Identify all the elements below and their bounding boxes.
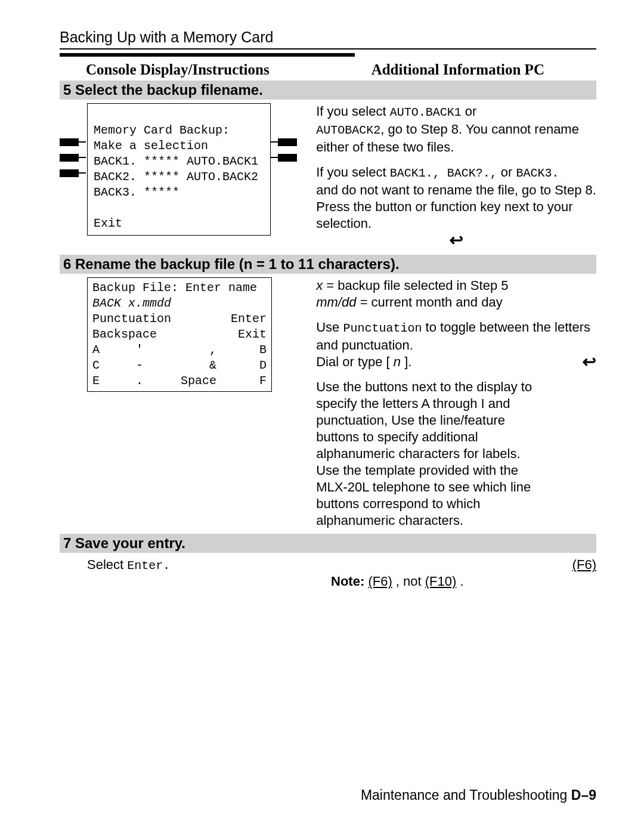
curved-arrow-icon: ↪: [450, 232, 463, 249]
t: -: [131, 358, 148, 373]
key-row: C - & D: [92, 358, 267, 373]
left-markers: [60, 103, 87, 236]
step7-info: (F6) Note: (F6) , not (F10) .: [313, 556, 596, 590]
col-header-left: Console Display/Instructions: [60, 61, 296, 78]
footer-text: Maintenance and Troubleshooting: [361, 787, 571, 803]
step5-row: Memory Card Backup: Make a selection BAC…: [60, 103, 596, 250]
rename-console: Backup File: Enter name BACK x.mmdd Punc…: [87, 277, 272, 392]
rule-thick: [60, 53, 355, 57]
t: D: [237, 358, 267, 373]
console-wrap: Memory Card Backup: Make a selection BAC…: [60, 103, 298, 236]
t: or: [497, 165, 516, 180]
equation-line: mm/dd = current month and day: [316, 294, 596, 311]
info-para: Use the buttons next to the display to s…: [316, 379, 543, 529]
t: .: [131, 373, 148, 389]
t: ,: [169, 342, 216, 358]
mono-text: BACK3.: [516, 166, 559, 180]
arrow-row: ↪: [316, 232, 596, 250]
equation-line: x = backup file selected in Step 5: [316, 277, 596, 294]
curved-arrow-icon: ↪: [583, 354, 596, 370]
t: Enter: [231, 311, 267, 327]
key-row: E . Space F: [92, 373, 267, 389]
note-line: Note: (F6) , not (F10) .: [331, 573, 596, 590]
t: , not: [392, 574, 425, 589]
t: E: [92, 373, 110, 389]
right-markers: [271, 103, 298, 236]
step5-left: Memory Card Backup: Make a selection BAC…: [60, 103, 298, 236]
console-display: Memory Card Backup: Make a selection BAC…: [87, 103, 271, 236]
info-para: Dial or type [ n ]. ↪: [316, 354, 596, 370]
t: Punctuation: [92, 311, 171, 327]
t: = backup file selected in Step 5: [323, 278, 508, 293]
key-row: Punctuation Enter: [92, 311, 267, 327]
column-headers: Console Display/Instructions Additional …: [60, 61, 596, 78]
console-line: Memory Card Backup:: [94, 123, 230, 137]
mono-text: Enter.: [127, 559, 170, 573]
step7-left: Select Enter.: [60, 556, 313, 574]
t: C: [92, 358, 110, 373]
fkey-label: (F10): [425, 574, 457, 589]
marker-icon: [60, 150, 87, 165]
mono-text: BACK1., BACK?.,: [390, 166, 497, 180]
col-header-right: Additional Information PC: [296, 61, 596, 78]
marker-icon: [271, 150, 298, 165]
t: or: [462, 104, 477, 119]
t: Press the button or function key next to…: [316, 199, 572, 231]
step5-bar: 5 Select the backup filename.: [60, 81, 596, 100]
key-row: A ' , B: [92, 342, 267, 358]
info-para: If you select AUTO.BACK1 or AUTOBACK2, g…: [316, 103, 596, 156]
console-line: BACK x.mmdd: [92, 296, 267, 311]
t: Dial or type [: [316, 354, 394, 369]
t: Backspace: [92, 327, 157, 342]
running-head: Backing Up with a Memory Card: [60, 29, 596, 46]
console-line: Make a selection: [94, 139, 208, 153]
step6-bar: 6 Rename the backup file (n = 1 to 11 ch…: [60, 255, 596, 274]
t: x: [316, 278, 323, 293]
mono-text: AUTOBACK2: [316, 123, 380, 137]
fkey-label: (F6): [368, 574, 392, 589]
marker-icon: [271, 134, 298, 150]
marker-icon: [60, 134, 87, 150]
note-label: Note:: [331, 574, 364, 589]
marker-icon: [60, 165, 87, 181]
t: n: [394, 354, 401, 369]
t: mm/dd =: [316, 295, 367, 310]
t: and do not want to rename the file, go t…: [316, 183, 596, 197]
step7-row: Select Enter. (F6) Note: (F6) , not (F10…: [60, 556, 596, 590]
step7-bar: 7 Save your entry.: [60, 534, 596, 553]
console-line: BACK3. *****: [94, 185, 179, 199]
t: Use: [316, 320, 343, 335]
t: ': [131, 342, 148, 358]
mono-text: Punctuation: [343, 321, 422, 335]
key-row: Backspace Exit: [92, 327, 267, 342]
t: A: [92, 342, 110, 358]
step5-info: If you select AUTO.BACK1 or AUTOBACK2, g…: [298, 103, 596, 250]
console-line: Backup File: Enter name: [92, 280, 267, 296]
t: Select: [87, 557, 127, 572]
info-para: Use Punctuation to toggle between the le…: [316, 319, 596, 354]
info-para: Press the button or function key next to…: [316, 199, 596, 232]
t: If you select: [316, 104, 390, 119]
fkey-label: (F6): [572, 556, 596, 573]
page-number: D–9: [571, 787, 596, 803]
console-line: BACK2. ***** AUTO.BACK2: [94, 170, 258, 184]
step6-row: Backup File: Enter name BACK x.mmdd Punc…: [60, 277, 596, 529]
t: F: [237, 373, 267, 389]
step6-info: x = backup file selected in Step 5 mm/dd…: [298, 277, 596, 529]
t: &: [169, 358, 216, 373]
t: .: [456, 574, 463, 589]
t: Space: [169, 373, 216, 389]
page-footer: Maintenance and Troubleshooting D–9: [361, 787, 596, 803]
rule-thin-top: [60, 48, 596, 50]
console-line: BACK1. ***** AUTO.BACK1: [94, 154, 258, 168]
t: ].: [401, 354, 411, 369]
t: current month and day: [367, 295, 502, 310]
running-head-text: Backing Up with a Memory Card: [60, 29, 273, 45]
mono-text: AUTO.BACK1: [390, 106, 462, 119]
info-para: If you select BACK1., BACK?., or BACK3. …: [316, 164, 596, 199]
console-line: Exit: [94, 216, 122, 230]
t: B: [237, 342, 267, 358]
t: If you select: [316, 165, 390, 180]
step6-left: Backup File: Enter name BACK x.mmdd Punc…: [60, 277, 298, 392]
t: Exit: [238, 327, 267, 342]
